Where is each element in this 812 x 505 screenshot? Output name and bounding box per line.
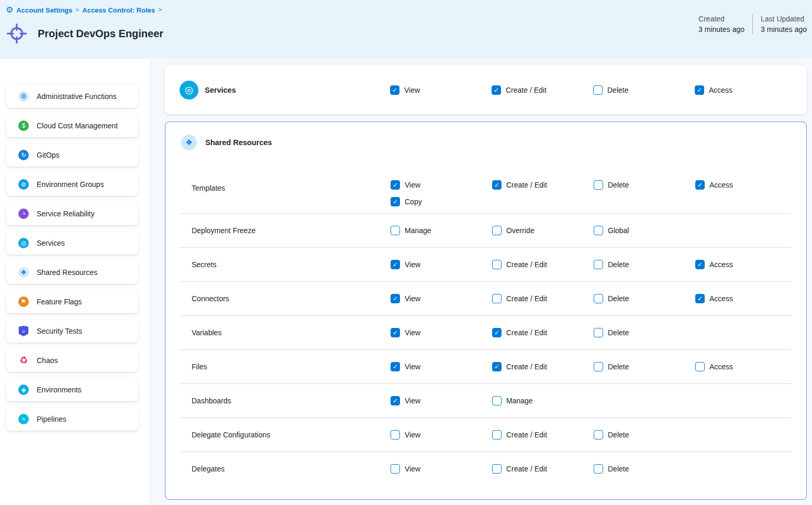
permission-access[interactable]: Access <box>695 180 733 190</box>
permission-view[interactable]: View <box>391 328 420 337</box>
delete-checkbox[interactable] <box>594 328 603 337</box>
environment-groups-icon: ⊚ <box>18 179 29 190</box>
permission-view[interactable]: View <box>391 294 420 303</box>
delete-checkbox[interactable] <box>594 180 603 190</box>
resource-label: Variables <box>192 328 221 337</box>
sidebar-item-services[interactable]: ◎Services <box>6 232 138 255</box>
view-checkbox[interactable] <box>391 328 400 337</box>
access-checkbox[interactable] <box>695 294 705 303</box>
delete-checkbox[interactable] <box>593 85 603 95</box>
permission-view[interactable]: View <box>391 362 420 371</box>
sidebar-item-label: Environment Groups <box>37 180 104 189</box>
view-checkbox[interactable] <box>391 430 400 440</box>
permission-create-edit[interactable]: Create / Edit <box>492 294 547 303</box>
permission-delete[interactable]: Delete <box>594 180 629 190</box>
permission-create-edit[interactable]: Create / Edit <box>492 328 547 337</box>
create-edit-checkbox[interactable] <box>492 430 502 440</box>
permission-view[interactable]: View <box>391 464 420 474</box>
create-edit-checkbox[interactable] <box>492 328 502 337</box>
view-checkbox[interactable] <box>391 294 400 303</box>
delete-checkbox[interactable] <box>594 362 603 371</box>
role-crosshair-icon <box>6 23 27 44</box>
page-title: Project DevOps Engineer <box>38 28 163 40</box>
view-checkbox[interactable] <box>391 362 400 371</box>
global-checkbox[interactable] <box>594 226 603 235</box>
delete-checkbox[interactable] <box>594 294 603 303</box>
permission-view[interactable]: View <box>391 430 420 440</box>
delete-checkbox[interactable] <box>594 260 603 269</box>
sidebar-item-administrative-functions[interactable]: ⚙Administrative Functions <box>6 85 138 108</box>
permission-override[interactable]: Override <box>492 226 535 235</box>
copy-checkbox[interactable] <box>391 197 400 206</box>
view-checkbox[interactable] <box>391 396 400 405</box>
delete-checkbox[interactable] <box>594 430 603 440</box>
breadcrumb-access-control-roles[interactable]: Access Control: Roles <box>82 6 155 14</box>
create-edit-checkbox[interactable] <box>492 362 502 371</box>
permission-delete[interactable]: Delete <box>594 294 629 303</box>
view-checkbox[interactable] <box>391 180 400 190</box>
permission-create-edit[interactable]: Create / Edit <box>492 260 547 269</box>
sidebar-item-environments[interactable]: ◈Environments <box>6 378 138 401</box>
manage-checkbox[interactable] <box>391 226 400 235</box>
access-checkbox[interactable] <box>695 85 704 95</box>
permission-access[interactable]: Access <box>695 294 733 303</box>
permission-create-edit[interactable]: Create / Edit <box>492 180 547 190</box>
permission-delete[interactable]: Delete <box>594 430 629 440</box>
services-hexagon-icon: ◎ <box>180 81 198 100</box>
sidebar-item-cloud-cost-management[interactable]: $Cloud Cost Management <box>6 114 138 137</box>
feature-flag-icon: ⚑ <box>18 297 29 307</box>
create-edit-checkbox[interactable] <box>492 180 502 190</box>
sidebar-item-service-reliability[interactable]: ◔Service Reliability <box>6 202 138 225</box>
sidebar-item-security-tests[interactable]: ⌕Security Tests <box>6 320 138 343</box>
sidebar-item-chaos[interactable]: ♻Chaos <box>6 349 138 372</box>
view-checkbox[interactable] <box>391 260 400 269</box>
permission-label: Create / Edit <box>506 363 547 371</box>
access-checkbox[interactable] <box>695 362 705 371</box>
permission-global[interactable]: Global <box>594 226 629 235</box>
create-edit-checkbox[interactable] <box>492 294 502 303</box>
sidebar-item-pipelines[interactable]: ≈Pipelines <box>6 408 138 431</box>
create-edit-checkbox[interactable] <box>492 85 501 95</box>
card-title: Services <box>205 86 236 94</box>
permission-manage[interactable]: Manage <box>492 396 533 405</box>
permission-delete[interactable]: Delete <box>593 85 628 95</box>
permission-delete[interactable]: Delete <box>594 362 629 371</box>
permission-delete[interactable]: Delete <box>594 260 629 269</box>
access-checkbox[interactable] <box>695 180 705 190</box>
permission-copy[interactable]: Copy <box>391 197 422 206</box>
permission-delete[interactable]: Delete <box>594 464 629 474</box>
permission-view[interactable]: View <box>390 85 420 95</box>
permission-access[interactable]: Access <box>695 362 733 371</box>
permission-create-edit[interactable]: Create / Edit <box>492 85 547 95</box>
sidebar-item-shared-resources[interactable]: ❖Shared Resources <box>6 261 138 284</box>
create-edit-checkbox[interactable] <box>492 464 502 474</box>
permission-label: Access <box>709 294 733 303</box>
sidebar-item-environment-groups[interactable]: ⊚Environment Groups <box>6 173 138 196</box>
access-checkbox[interactable] <box>695 260 705 269</box>
permission-manage[interactable]: Manage <box>391 226 431 235</box>
permission-create-edit[interactable]: Create / Edit <box>492 430 547 440</box>
view-checkbox[interactable] <box>390 85 399 95</box>
permission-create-edit[interactable]: Create / Edit <box>492 464 547 474</box>
delete-checkbox[interactable] <box>594 464 603 474</box>
sidebar-item-label: Pipelines <box>37 415 66 423</box>
view-checkbox[interactable] <box>391 464 400 474</box>
permission-delete[interactable]: Delete <box>594 328 629 337</box>
override-checkbox[interactable] <box>492 226 502 235</box>
permission-access[interactable]: Access <box>695 85 732 95</box>
permission-label: Access <box>709 260 733 269</box>
permission-view[interactable]: View <box>391 260 420 269</box>
permission-create-edit[interactable]: Create / Edit <box>492 362 547 371</box>
gear-icon: ⚙ <box>18 91 29 102</box>
services-hexagon-icon: ◎ <box>18 238 29 248</box>
sidebar-item-gitops[interactable]: ↻GitOps <box>6 144 138 167</box>
permission-view[interactable]: View <box>391 396 420 405</box>
create-edit-checkbox[interactable] <box>492 260 502 269</box>
breadcrumb-account-settings[interactable]: Account Settings <box>16 6 72 14</box>
permission-view[interactable]: View <box>391 180 420 190</box>
sidebar-item-label: Shared Resources <box>37 268 97 277</box>
permission-access[interactable]: Access <box>695 260 733 269</box>
sidebar-item-feature-flags[interactable]: ⚑Feature Flags <box>6 290 138 313</box>
permission-label: Copy <box>405 197 422 206</box>
manage-checkbox[interactable] <box>492 396 502 405</box>
